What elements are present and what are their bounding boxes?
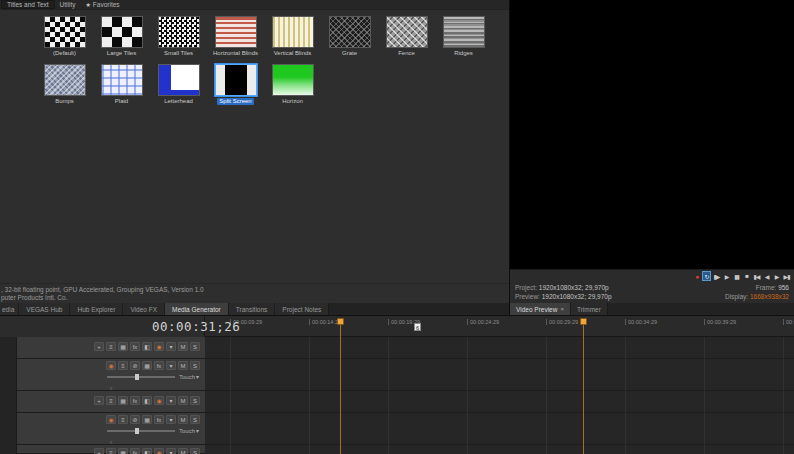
invert-phase-button[interactable]: ⊘ bbox=[130, 361, 140, 370]
timeline-lane-4[interactable] bbox=[205, 413, 794, 444]
expand-button[interactable]: ▾ bbox=[166, 396, 176, 405]
stop-button[interactable]: ■ bbox=[742, 271, 751, 281]
compositing-mode-button[interactable]: ◧ bbox=[142, 448, 152, 454]
pause-button[interactable]: ▮▮ bbox=[732, 271, 741, 281]
previous-frame-button[interactable]: ◀ bbox=[762, 271, 771, 281]
track-fx-button[interactable]: fx bbox=[130, 396, 140, 405]
preset-split-screen[interactable]: Split Screen bbox=[207, 64, 264, 105]
mute-button[interactable]: M bbox=[178, 396, 188, 405]
bypass-button[interactable]: ▦ bbox=[142, 415, 152, 424]
expand-button[interactable]: ▾ bbox=[166, 415, 176, 424]
marker-flag-1[interactable] bbox=[337, 318, 344, 325]
preset-large-tiles[interactable]: Large Tiles bbox=[93, 16, 150, 57]
mute-button[interactable]: M bbox=[178, 361, 188, 370]
record-arm-button[interactable]: ◉ bbox=[154, 396, 164, 405]
marker-flag-3[interactable] bbox=[580, 318, 587, 325]
track-fx-button[interactable]: fx bbox=[130, 342, 140, 351]
preset-small-tiles[interactable]: Small Tiles bbox=[150, 16, 207, 57]
solo-button[interactable]: S bbox=[190, 361, 200, 370]
track-header-4[interactable]: ◉≡⊘▦fx▾MSTouch▾▿ bbox=[17, 413, 205, 444]
compositing-mode-button[interactable]: ◧ bbox=[142, 396, 152, 405]
record-arm-button[interactable]: ◉ bbox=[154, 448, 164, 454]
dock-tab-video-fx[interactable]: Video FX bbox=[123, 303, 165, 315]
preset-plaid[interactable]: Plaid bbox=[93, 64, 150, 105]
track-motion-button[interactable]: + bbox=[94, 342, 104, 351]
go-to-start-button[interactable]: ▮◀ bbox=[752, 271, 761, 281]
track-header-5[interactable]: +≡▦fx◧◉▾MS bbox=[17, 445, 205, 453]
track-fx-button[interactable]: fx bbox=[154, 415, 164, 424]
dock-tab-project-notes[interactable]: Project Notes bbox=[275, 303, 329, 315]
automation-settings-button[interactable]: ≡ bbox=[106, 396, 116, 405]
dock-tab-edia[interactable]: edia bbox=[0, 303, 19, 315]
automation-settings-button[interactable]: ≡ bbox=[118, 361, 128, 370]
play-from-start-button[interactable]: ▮▶ bbox=[712, 271, 721, 281]
compositing-mode-button[interactable]: ◧ bbox=[142, 342, 152, 351]
close-icon[interactable]: × bbox=[560, 306, 564, 312]
go-to-end-button[interactable]: ▶▮ bbox=[782, 271, 791, 281]
solo-button[interactable]: S bbox=[190, 342, 200, 351]
dock-tab-hub-explorer[interactable]: Hub Explorer bbox=[70, 303, 123, 315]
solo-button[interactable]: S bbox=[190, 415, 200, 424]
preset-ridges[interactable]: Ridges bbox=[435, 16, 492, 57]
preset-grate[interactable]: Grate bbox=[321, 16, 378, 57]
track-header-1[interactable]: +≡▦fx◧◉▾MS bbox=[17, 337, 205, 358]
record-button[interactable]: ● bbox=[692, 271, 701, 281]
mute-button[interactable]: M bbox=[178, 415, 188, 424]
bypass-motion-blur-button[interactable]: ▦ bbox=[118, 448, 128, 454]
record-arm-button[interactable]: ◉ bbox=[154, 342, 164, 351]
mute-button[interactable]: M bbox=[178, 448, 188, 454]
timeline-lane-2[interactable] bbox=[205, 359, 794, 390]
volume-slider-thumb[interactable] bbox=[135, 374, 139, 380]
loop-playback-button[interactable]: ↻ bbox=[702, 271, 711, 281]
timeline-lanes[interactable] bbox=[205, 337, 794, 454]
marker-numbered-2[interactable]: 6 bbox=[414, 323, 421, 331]
tab-video-preview[interactable]: Video Preview× bbox=[510, 303, 571, 315]
invert-phase-button[interactable]: ⊘ bbox=[130, 415, 140, 424]
track-fx-button[interactable]: fx bbox=[130, 448, 140, 454]
solo-button[interactable]: S bbox=[190, 396, 200, 405]
generator-tab-titles-and-text[interactable]: Titles and Text bbox=[1, 0, 55, 9]
timeline-lane-1[interactable] bbox=[205, 337, 794, 358]
record-arm-button[interactable]: ◉ bbox=[106, 415, 116, 424]
track-motion-button[interactable]: + bbox=[94, 448, 104, 454]
expand-button[interactable]: ▾ bbox=[166, 342, 176, 351]
preset-letterhead[interactable]: Letterhead bbox=[150, 64, 207, 105]
preset-fence[interactable]: Fence bbox=[378, 16, 435, 57]
generator-tab-utility[interactable]: Utility bbox=[55, 0, 81, 9]
bypass-motion-blur-button[interactable]: ▦ bbox=[118, 396, 128, 405]
preset-default[interactable]: (Default) bbox=[36, 16, 93, 57]
automation-settings-button[interactable]: ≡ bbox=[106, 342, 116, 351]
volume-slider-thumb[interactable] bbox=[135, 428, 139, 434]
timeline-lane-3[interactable] bbox=[205, 391, 794, 412]
volume-slider[interactable] bbox=[107, 430, 175, 432]
dock-tab-transitions[interactable]: Transitions bbox=[229, 303, 276, 315]
automation-settings-button[interactable]: ≡ bbox=[106, 448, 116, 454]
preset-bumps[interactable]: Bumps bbox=[36, 64, 93, 105]
volume-slider[interactable] bbox=[107, 376, 175, 378]
dock-tab-media-generator[interactable]: Media Generator bbox=[165, 303, 229, 315]
record-arm-button[interactable]: ◉ bbox=[106, 361, 116, 370]
expand-button[interactable]: ▾ bbox=[166, 361, 176, 370]
track-motion-button[interactable]: + bbox=[94, 396, 104, 405]
timeline-ruler[interactable]: 00:00:09:2900:00:14:2900:00:19:2900:00:2… bbox=[205, 316, 794, 337]
tab-trimmer[interactable]: Trimmer bbox=[571, 303, 608, 315]
preset-horizontal-blinds[interactable]: Horizontal Blinds bbox=[207, 16, 264, 57]
track-header-3[interactable]: +≡▦fx◧◉▾MS bbox=[17, 391, 205, 412]
bypass-button[interactable]: ▦ bbox=[142, 361, 152, 370]
track-header-2[interactable]: ◉≡⊘▦fx▾MSTouch▾▿ bbox=[17, 359, 205, 390]
preset-horizon[interactable]: Horizon bbox=[264, 64, 321, 105]
generator-tab-favorites[interactable]: ★Favorites bbox=[80, 0, 124, 9]
next-frame-button[interactable]: ▶ bbox=[772, 271, 781, 281]
automation-settings-button[interactable]: ≡ bbox=[118, 415, 128, 424]
expand-button[interactable]: ▾ bbox=[166, 448, 176, 454]
dock-tab-vegas-hub[interactable]: VEGAS Hub bbox=[19, 303, 70, 315]
play-button[interactable]: ▶ bbox=[722, 271, 731, 281]
automation-mode-dropdown[interactable]: Touch▾ bbox=[179, 427, 199, 434]
track-fx-button[interactable]: fx bbox=[154, 361, 164, 370]
timeline-lane-5[interactable] bbox=[205, 445, 794, 454]
mute-button[interactable]: M bbox=[178, 342, 188, 351]
preset-vertical-blinds[interactable]: Vertical Blinds bbox=[264, 16, 321, 57]
solo-button[interactable]: S bbox=[190, 448, 200, 454]
automation-mode-dropdown[interactable]: Touch▾ bbox=[179, 373, 199, 380]
bypass-motion-blur-button[interactable]: ▦ bbox=[118, 342, 128, 351]
